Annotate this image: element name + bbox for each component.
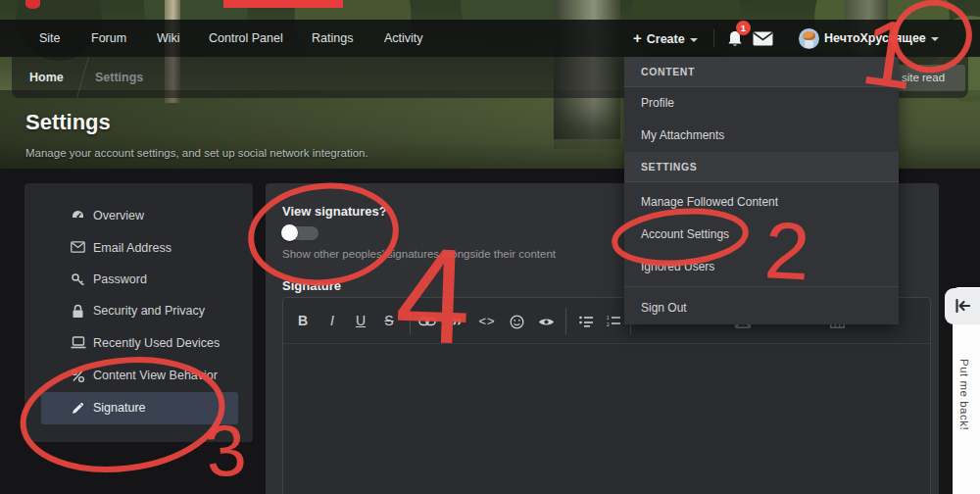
signature-editor: B I U S ” <> [282,297,931,494]
avatar-character-art [805,40,813,48]
signature-field-label: Signature [282,278,341,293]
pencil-icon [71,401,85,416]
notification-count-badge: 1 [736,21,751,35]
laptop-icon [71,336,85,351]
menu-section-header-content: CONTENT [624,57,899,87]
top-navbar: Site Forum Wiki Control Panel Ratings Ac… [0,20,980,57]
underline-button[interactable]: U [347,298,374,344]
sidebar-item-recently-used-devices[interactable]: Recently Used Devices [41,327,238,360]
nav-item-ratings[interactable]: Ratings [312,20,353,57]
link-icon[interactable] [414,298,441,344]
envelope-icon [753,31,773,46]
collapse-left-button[interactable] [945,288,980,324]
sidebar-item-content-view-behavior[interactable]: Content View Behavior [41,360,238,392]
quote-icon[interactable]: ” [443,298,470,344]
cut-off-red-button[interactable] [223,0,343,8]
bullet-list-icon[interactable] [572,298,600,344]
svg-text:1: 1 [607,316,610,321]
code-icon[interactable]: <> [473,298,501,344]
view-signatures-toggle[interactable] [282,226,318,240]
sidebar-item-email-address[interactable]: Email Address [41,232,238,265]
toolbar-divider [410,308,411,334]
breadcrumb-current: Settings [95,57,143,98]
menu-item-manage-followed-content[interactable]: Manage Followed Content [624,186,899,219]
nav-item-activity[interactable]: Activity [384,20,423,57]
nav-item-forum[interactable]: Forum [91,20,126,57]
menu-divider [624,286,899,287]
view-signatures-help-text: Show other peoples' signatures alongside… [282,248,556,260]
nav-item-control-panel[interactable]: Control Panel [209,20,283,57]
cut-off-logo-fragment [25,0,40,9]
navbar-divider [713,29,714,47]
caret-down-icon [690,38,698,42]
breadcrumb-separator [69,57,98,98]
menu-item-profile[interactable]: Profile [624,87,899,120]
sidebar-item-security-and-privacy[interactable]: Security and Privacy [41,295,238,327]
sidebar-item-label: Content View Behavior [93,360,218,392]
toolbar-divider [565,308,566,334]
avatar-character-art [803,31,815,40]
bold-button[interactable]: B [289,298,317,344]
sidebar-item-label: Signature [93,392,146,424]
put-me-back-label[interactable]: Put me back! [958,359,970,430]
nav-item-wiki[interactable]: Wiki [157,20,180,57]
page-subtitle: Manage your account settings, and set up… [25,147,368,159]
page-title: Settings [25,110,111,135]
nav-item-site[interactable]: Site [39,20,61,57]
messages-button[interactable] [753,31,773,46]
sidebar-item-signature[interactable]: Signature [41,392,238,424]
sidebar-item-label: Recently Used Devices [93,327,220,360]
create-button[interactable]: +Create [633,20,698,57]
envelope-icon [71,241,85,256]
strikethrough-button[interactable]: S [375,298,403,344]
content-view-icon [71,369,85,383]
plus-icon: + [633,29,642,46]
sidebar-item-label: Password [93,264,147,296]
numbered-list-icon[interactable]: 12 [600,298,627,344]
sidebar-item-label: Overview [93,200,144,232]
sidebar-item-label: Security and Privacy [93,295,205,327]
menu-item-account-settings[interactable]: Account Settings [624,219,899,251]
menu-item-ignored-users[interactable]: Ignored Users [624,251,899,283]
settings-page: Site Forum Wiki Control Panel Ratings Ac… [0,0,980,494]
caret-down-icon [931,37,939,41]
user-menu-button[interactable]: НечтоХрустящее [824,20,939,57]
toggle-knob [281,224,298,241]
gauge-icon [71,209,85,223]
italic-button[interactable]: I [318,298,346,344]
lock-icon [71,304,85,319]
menu-item-sign-out[interactable]: Sign Out [624,292,899,324]
settings-sidebar: Overview Email Address Password Security… [24,183,253,442]
username-label: НечтоХрустящее [824,31,926,45]
breadcrumb-home[interactable]: Home [29,57,64,98]
emoji-icon[interactable] [503,298,530,344]
collapse-left-icon [953,296,972,316]
sidebar-item-password[interactable]: Password [41,264,238,296]
signature-text-area[interactable] [283,345,930,494]
menu-item-my-attachments[interactable]: My Attachments [624,120,899,152]
preview-eye-icon[interactable] [532,298,560,344]
svg-text:2: 2 [607,322,610,327]
avatar[interactable] [799,28,819,49]
menu-section-header-settings: SETTINGS [624,152,899,182]
view-signatures-label: View signatures? [282,204,387,219]
user-dropdown-menu: CONTENT Profile My Attachments SETTINGS … [624,57,899,324]
create-label: Create [647,32,685,46]
key-icon [71,272,85,287]
sidebar-item-overview[interactable]: Overview [41,200,238,232]
sidebar-item-label: Email Address [93,232,172,265]
